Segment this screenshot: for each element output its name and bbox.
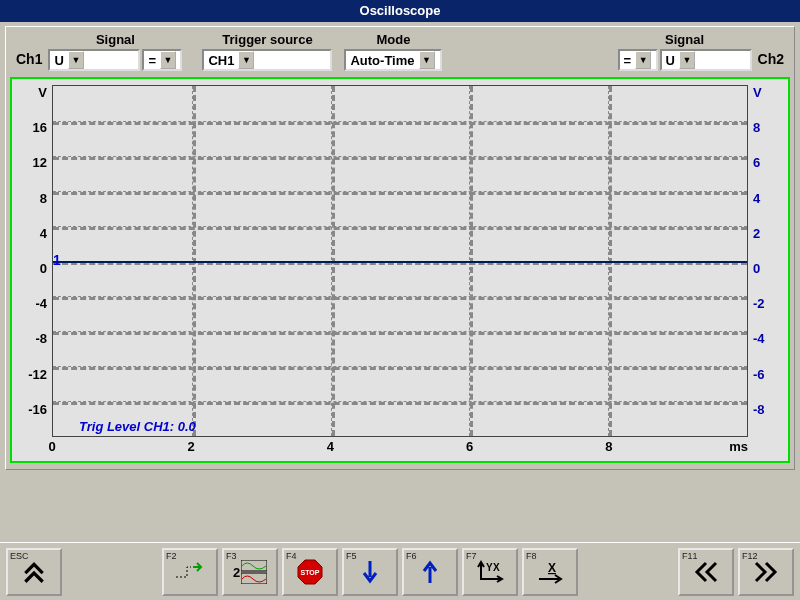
f6-button[interactable]: F6 <box>402 548 458 596</box>
y-axis-right: V 8 6 4 2 0 -2 -4 -6 -8 <box>750 85 786 437</box>
y-axis-left: V 16 12 8 4 0 -4 -8 -12 -16 <box>14 85 50 437</box>
chevron-down-icon: ▼ <box>68 51 84 69</box>
multi-wave-icon <box>241 560 267 584</box>
f4-stop-button[interactable]: F4 STOP <box>282 548 338 596</box>
mode-value: Auto-Time <box>346 51 418 69</box>
controls-panel: Ch1 Signal U ▼ = ▼ Trigger source <box>5 26 795 470</box>
yx-axes-icon: Y X <box>475 559 505 585</box>
svg-rect-1 <box>241 573 267 584</box>
ch1-signal-select[interactable]: U ▼ <box>48 49 140 71</box>
mode-select[interactable]: Auto-Time ▼ <box>344 49 442 71</box>
ch1-signal-value: U <box>50 51 67 69</box>
x-axis-icon: X <box>535 559 565 585</box>
double-chevron-up-icon <box>21 559 47 585</box>
trace-marker-1: 1 <box>53 252 61 268</box>
f5-button[interactable]: F5 <box>342 548 398 596</box>
esc-button[interactable]: ESC <box>6 548 62 596</box>
svg-rect-0 <box>241 560 267 571</box>
svg-text:X: X <box>548 561 556 575</box>
signal-label-left: Signal <box>96 32 135 47</box>
double-chevron-left-icon <box>692 560 720 584</box>
trigger-source-select[interactable]: CH1 ▼ <box>202 49 332 71</box>
window-title: Oscilloscope <box>360 3 441 18</box>
svg-text:Y: Y <box>486 562 493 573</box>
plot-area: 1 Trig Level CH1: 0.0 <box>52 85 748 437</box>
x-axis: 0 2 4 6 8 ms <box>52 439 748 457</box>
chevron-down-icon: ▼ <box>679 51 695 69</box>
chevron-down-icon: ▼ <box>635 51 651 69</box>
scope-display: V 16 12 8 4 0 -4 -8 -12 -16 V 8 6 4 2 0 … <box>10 77 790 463</box>
chevron-down-icon: ▼ <box>419 51 435 69</box>
double-chevron-right-icon <box>752 560 780 584</box>
ch2-label: Ch2 <box>754 51 788 71</box>
f12-button[interactable]: F12 <box>738 548 794 596</box>
ch2-signal-value: U <box>662 51 679 69</box>
mode-label: Mode <box>376 32 410 47</box>
trace-ch1 <box>53 261 747 263</box>
trigger-level-text: Trig Level CH1: 0.0 <box>79 419 196 434</box>
ch1-label: Ch1 <box>12 51 46 71</box>
chevron-down-icon: ▼ <box>238 51 254 69</box>
svg-text:X: X <box>493 562 500 573</box>
f11-button[interactable]: F11 <box>678 548 734 596</box>
titlebar: Oscilloscope <box>0 0 800 22</box>
trigger-source-label: Trigger source <box>222 32 312 47</box>
x-unit: ms <box>729 439 748 454</box>
trigger-edge-icon <box>175 561 205 583</box>
svg-text:STOP: STOP <box>301 569 320 576</box>
signal-label-right: Signal <box>665 32 704 47</box>
function-key-toolbar: ESC F2 F3 2 F4 STOP F5 <box>0 542 800 600</box>
stop-icon: STOP <box>296 558 324 586</box>
chevron-down-icon: ▼ <box>160 51 176 69</box>
ch2-op-select[interactable]: = ▼ <box>618 49 658 71</box>
ch2-signal-select[interactable]: U ▼ <box>660 49 752 71</box>
trigger-source-value: CH1 <box>204 51 238 69</box>
ch1-op-select[interactable]: = ▼ <box>142 49 182 71</box>
ch1-op-value: = <box>144 51 160 69</box>
f3-button[interactable]: F3 2 <box>222 548 278 596</box>
arrow-up-icon <box>421 559 439 585</box>
f7-button[interactable]: F7 Y X <box>462 548 518 596</box>
f8-button[interactable]: F8 X <box>522 548 578 596</box>
arrow-down-icon <box>361 559 379 585</box>
ch2-op-value: = <box>620 51 636 69</box>
f2-button[interactable]: F2 <box>162 548 218 596</box>
